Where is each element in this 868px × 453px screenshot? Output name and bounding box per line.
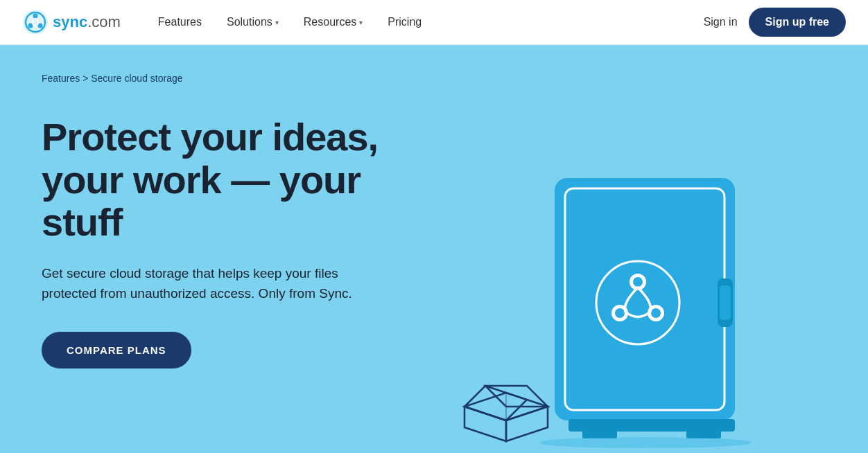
nav-solutions[interactable]: Solutions ▾ [217,10,288,34]
hero-subtitle: Get secure cloud storage that helps keep… [42,263,374,304]
breadcrumb-features-link[interactable]: Features [42,73,80,84]
hero-illustration [430,109,763,453]
svg-point-2 [33,14,38,19]
svg-rect-22 [568,419,735,432]
sync-logo-icon [22,9,49,35]
nav-features[interactable]: Features [148,10,211,34]
resources-chevron-icon: ▾ [359,19,363,26]
svg-point-25 [541,437,752,448]
svg-marker-6 [465,407,506,441]
nav-resources[interactable]: Resources ▾ [294,10,372,34]
hero-section: Features > Secure cloud storage Protect … [0,45,868,453]
compare-plans-button[interactable]: COMPARE PLANS [42,332,191,368]
nav-right: Sign in Sign up free [704,8,846,37]
svg-point-19 [615,308,625,318]
hero-title: Protect your ideas, your work — your stu… [42,116,430,244]
svg-point-17 [633,277,643,287]
sign-up-button[interactable]: Sign up free [749,8,846,37]
nav-links: Features Solutions ▾ Resources ▾ Pricing [148,10,704,34]
hero-text: Protect your ideas, your work — your stu… [42,109,430,368]
svg-rect-24 [686,430,721,438]
svg-rect-21 [720,285,731,320]
sign-in-link[interactable]: Sign in [704,16,738,28]
navbar: sync.com Features Solutions ▾ Resources … [0,0,868,45]
solutions-chevron-icon: ▾ [275,19,279,26]
breadcrumb-current: Secure cloud storage [91,73,182,84]
logo-text: sync.com [53,13,121,31]
svg-rect-11 [555,178,735,420]
hero-content: Protect your ideas, your work — your stu… [42,109,826,453]
svg-point-0 [23,10,48,35]
logo[interactable]: sync.com [22,9,121,35]
svg-point-18 [651,308,661,318]
breadcrumb-separator: > [80,73,91,84]
breadcrumb: Features > Secure cloud storage [42,73,826,84]
svg-rect-23 [582,430,617,438]
vault-safe-icon [541,164,763,453]
nav-pricing[interactable]: Pricing [378,10,431,34]
